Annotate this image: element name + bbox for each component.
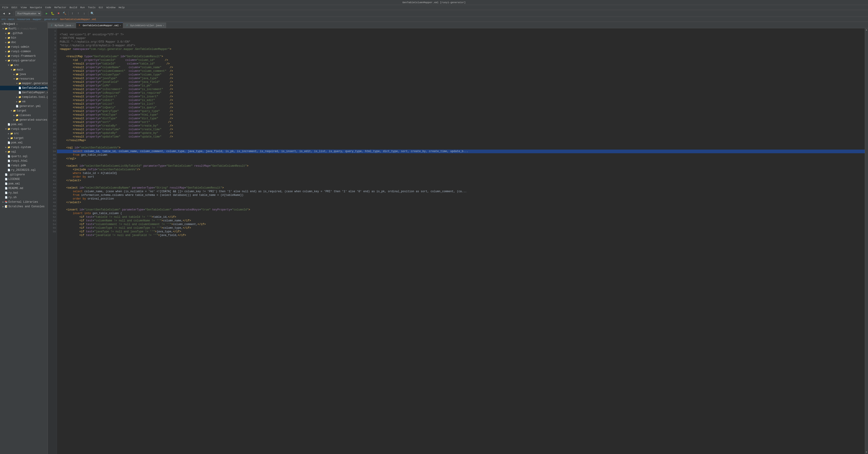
tree-item-quartz-target[interactable]: ▶ 📁 target <box>0 136 48 140</box>
build-btn[interactable]: 🔨 <box>62 11 67 16</box>
tree-item-target[interactable]: ▼ 📁 target <box>0 109 48 113</box>
right-scrollbar[interactable]: ▲ ▼ <box>865 28 868 454</box>
git-btn[interactable]: ↕ <box>70 11 75 16</box>
menu-item-refactor[interactable]: Refactor <box>53 6 68 9</box>
label-mapper-gen: mapper.generator <box>22 82 48 85</box>
tree-item-src[interactable]: ▼ 📁 src <box>0 63 48 67</box>
tree-item-pom-root[interactable]: 📄 pom.xml <box>0 181 48 186</box>
menu-item-edit[interactable]: Edit <box>10 6 19 9</box>
tree-item-ry-bat[interactable]: 📄 ry.bat <box>0 191 48 195</box>
debug-btn[interactable]: 🐛 <box>50 11 55 16</box>
tree-item-gentablecolumnmapper[interactable]: 📄 GenTableColumnMapper.xml <box>0 86 48 90</box>
menu-item-tools[interactable]: Tools <box>87 6 97 9</box>
menu-item-view[interactable]: View <box>19 6 28 9</box>
tab-close-rytask[interactable]: ✕ <box>72 24 73 27</box>
tree-item-quartz-src[interactable]: ▶ 📁 src <box>0 131 48 136</box>
tab-close-sysjob[interactable]: ✕ <box>163 24 164 27</box>
tree-item-gitignore[interactable]: 📄 .gitignore <box>0 172 48 177</box>
label-generator: ruoyi-generator <box>11 59 36 62</box>
stop-btn[interactable]: ■ <box>56 11 61 16</box>
breadcrumb-item-main[interactable]: main <box>8 18 14 21</box>
tree-item-generator-yml[interactable]: 📄 generator.yml <box>0 104 48 109</box>
label-vm: vm <box>22 100 25 103</box>
line-3: PUBLIC "-//mybatis.org//DTD Mapper 3.0//… <box>60 40 130 44</box>
tree-item-ry-sh[interactable]: 📄 ry.sh <box>0 195 48 200</box>
tree-item-github[interactable]: ▶ 📁 .github <box>0 31 48 35</box>
app-selector[interactable]: RuoYiApplication <box>15 11 41 16</box>
breadcrumb-item-file: GenTableColumnMapper.xml <box>60 18 96 21</box>
tree-item-ruoyi-quartz[interactable]: ▼ 📁 ruoyi-quartz <box>0 127 48 131</box>
tab-sysjobcontroller[interactable]: J SysJobController.java ✕ <box>123 23 166 28</box>
run-btn[interactable]: ▶ <box>44 11 49 16</box>
tab-close-gentablecolumn[interactable]: ✕ <box>120 24 121 27</box>
git-pull-btn[interactable]: ↓ <box>82 11 87 16</box>
back-btn[interactable]: ◀ <box>1 11 6 16</box>
folder-icon-github: 📁 <box>7 32 10 35</box>
tree-item-resources[interactable]: ▼ 📁 resources <box>0 77 48 81</box>
tree-item-pom-gen[interactable]: 📄 pom.xml <box>0 122 48 127</box>
tree-item-ruoyi-pdm[interactable]: 📄 ruoyi.pdm <box>0 163 48 168</box>
forward-btn[interactable]: ▶ <box>7 11 12 16</box>
project-gear[interactable]: ⚙ <box>16 23 18 26</box>
tree-item-ruoyi-admin[interactable]: ▶ 📁 ruoyi-admin <box>0 45 48 49</box>
tree-item-main[interactable]: ▼ 📁 main <box>0 67 48 72</box>
line-numbers: 12345 678910 1112131415 1617181920 21222… <box>48 28 57 454</box>
tree-item-bin[interactable]: ▶ 📁 bin <box>0 35 48 40</box>
tree-item-java[interactable]: ▶ 📁 java <box>0 72 48 77</box>
breadcrumb-item-mapper[interactable]: mapper <box>33 18 42 21</box>
libs-icon: 📚 <box>5 200 8 204</box>
tree-item-templates[interactable]: ▶ 📁 templates.tool.gen <box>0 95 48 100</box>
breadcrumb-item-generator[interactable]: generator <box>44 18 58 21</box>
tree-item-quartz-sql[interactable]: 📄 quartz.sql <box>0 154 48 159</box>
tree-item-pom-quartz[interactable]: 📄 pom.xml <box>0 140 48 145</box>
line-9: <result property="tableId" column="table… <box>60 62 170 65</box>
menu-item-build[interactable]: Build <box>68 6 79 9</box>
tree-item-ruoyi[interactable]: ▼ 📁 RuoYi E:/ruoyi/RuoYi <box>0 26 48 31</box>
menu-item-code[interactable]: Code <box>44 6 53 9</box>
line-8: <id property="columnId" column="column_i… <box>60 59 168 62</box>
tab-gentablecolumn[interactable]: X GenTableColumnMapper.xml ✕ <box>76 23 123 28</box>
menu-item-file[interactable]: File <box>1 6 9 9</box>
scroll-up-arrow[interactable]: ▲ <box>865 28 868 32</box>
tree-item-classes[interactable]: ▶ 📁 classes <box>0 113 48 118</box>
arrow-system: ▶ <box>5 146 7 149</box>
git-push-btn[interactable]: ↑ <box>76 11 81 16</box>
menu-item-help[interactable]: Help <box>117 6 126 9</box>
project-header[interactable]: ▼ Project ⚙ <box>0 22 48 26</box>
tree-item-sql[interactable]: ▼ 📁 sql <box>0 149 48 154</box>
line-10: <result property="columnName" column="co… <box>60 66 173 69</box>
scroll-down-arrow[interactable]: ▼ <box>865 451 868 454</box>
search-everywhere-btn[interactable]: 🔍 <box>90 11 95 16</box>
tree-item-doc[interactable]: ▶ 📁 doc <box>0 40 48 45</box>
menu-item-window[interactable]: Window <box>105 6 117 9</box>
tree-item-scratches[interactable]: ▶ 📝 Scratches and Consoles <box>0 204 48 209</box>
tree-item-gentablemapper[interactable]: 📄 GenTableMapper.xml <box>0 90 48 95</box>
line-26: <result property="createBy" column="crea… <box>60 124 173 127</box>
tab-rytask[interactable]: J RyTask.java ✕ <box>48 23 76 28</box>
tree-item-ruoyi-html[interactable]: 📄 ruoyi.html <box>0 159 48 163</box>
tree-item-ruoyi-common[interactable]: ▶ 📁 ruoyi-common <box>0 49 48 54</box>
tree-item-ruoyi-system[interactable]: ▶ 📁 ruoyi-system <box>0 145 48 149</box>
tree-item-generated[interactable]: ▶ 📁 generated-sources <box>0 118 48 122</box>
tree-item-vm[interactable]: ▶ 📁 vm <box>0 100 48 104</box>
label-target: target <box>17 109 26 112</box>
line-19: <result property="isEdit" column="is_edi… <box>60 99 173 102</box>
code-area[interactable]: <?xml version="1.0" encoding="UTF-8" ?> … <box>57 28 865 454</box>
line-23: <result property="htmlType" column="html… <box>60 113 173 116</box>
breadcrumb-item-resources[interactable]: resources <box>17 18 30 21</box>
line-37: <select id="selectGenTableColumnListByTa… <box>60 164 248 168</box>
tree-item-external-libs[interactable]: ▶ 📚 External Libraries <box>0 200 48 204</box>
tree-item-ry-sql[interactable]: 📄 ry_20230223.sql <box>0 168 48 172</box>
tree-item-ruoyi-framework[interactable]: ▶ 📁 ruoyi-framework <box>0 54 48 58</box>
tree-item-license[interactable]: 📄 LICENSE <box>0 177 48 181</box>
menu-item-git[interactable]: Git <box>97 6 104 9</box>
menu-item-navigate[interactable]: Navigate <box>29 6 43 9</box>
breadcrumb-item-src[interactable]: src <box>1 18 6 21</box>
menu-item-run[interactable]: Run <box>79 6 86 9</box>
label-ry-bat: ry.bat <box>8 191 18 195</box>
tree-item-mapper-gen[interactable]: ▼ 📁 mapper.generator <box>0 81 48 86</box>
tree-item-readme[interactable]: 📄 README.md <box>0 186 48 191</box>
line-22: <result property="queryType" column="que… <box>60 110 173 113</box>
tree-item-ruoyi-generator[interactable]: ▼ 📁 ruoyi-generator <box>0 58 48 63</box>
line-1: <?xml version="1.0" encoding="UTF-8" ?> <box>60 33 124 36</box>
